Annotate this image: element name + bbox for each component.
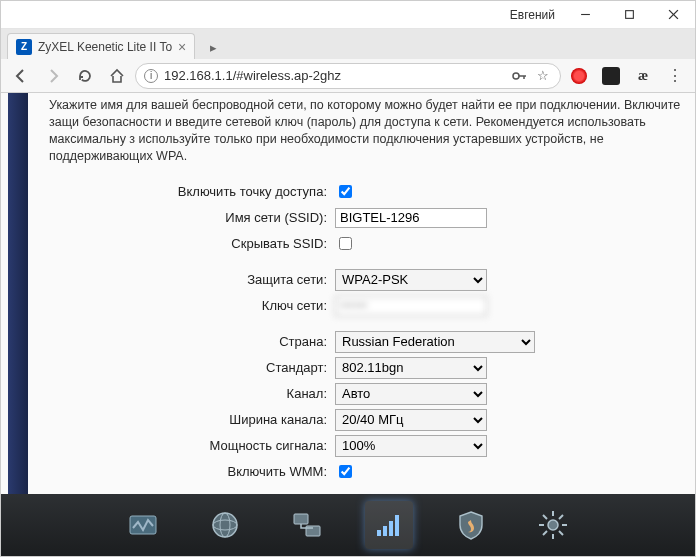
width-select[interactable]: 20/40 МГц xyxy=(335,409,487,431)
new-tab-button[interactable]: ▸ xyxy=(201,35,225,59)
back-button[interactable] xyxy=(7,62,35,90)
label-key: Ключ сети: xyxy=(49,298,335,313)
svg-point-15 xyxy=(548,520,558,530)
label-channel: Канал: xyxy=(49,386,335,401)
security-select[interactable]: WPA2-PSK xyxy=(335,269,487,291)
power-select[interactable]: 100% xyxy=(335,435,487,457)
forward-button[interactable] xyxy=(39,62,67,90)
intro-text: Укажите имя для вашей беспроводной сети,… xyxy=(49,97,681,165)
nav-network-icon[interactable] xyxy=(283,501,331,549)
svg-line-20 xyxy=(543,515,547,519)
wmm-checkbox[interactable] xyxy=(339,465,352,478)
url-text: 192.168.1.1/#wireless.ap-2ghz xyxy=(164,68,504,83)
maximize-button[interactable] xyxy=(607,1,651,29)
nav-monitor-icon[interactable] xyxy=(119,501,167,549)
ssid-input[interactable] xyxy=(335,208,487,228)
svg-line-23 xyxy=(543,531,547,535)
label-enable-ap: Включить точку доступа: xyxy=(49,184,335,199)
browser-tab[interactable]: Z ZyXEL Keenetic Lite II To × xyxy=(7,33,195,59)
home-button[interactable] xyxy=(103,62,131,90)
label-hide-ssid: Скрывать SSID: xyxy=(49,236,335,251)
ae-extension-icon[interactable]: æ xyxy=(629,62,657,90)
label-width: Ширина канала: xyxy=(49,412,335,427)
label-standard: Стандарт: xyxy=(49,360,335,375)
svg-line-21 xyxy=(559,531,563,535)
hide-ssid-checkbox[interactable] xyxy=(339,237,352,250)
tab-strip: Z ZyXEL Keenetic Lite II To × ▸ xyxy=(1,29,695,59)
key-input[interactable] xyxy=(335,296,487,316)
country-select[interactable]: Russian Federation xyxy=(335,331,535,353)
minimize-button[interactable] xyxy=(563,1,607,29)
svg-point-6 xyxy=(213,513,237,537)
address-bar[interactable]: i 192.168.1.1/#wireless.ap-2ghz ☆ xyxy=(135,63,561,89)
browser-toolbar: i 192.168.1.1/#wireless.ap-2ghz ☆ æ ⋮ xyxy=(1,59,695,93)
extension-icon[interactable] xyxy=(597,62,625,90)
wireless-form: Включить точку доступа: Имя сети (SSID):… xyxy=(49,179,681,495)
channel-select[interactable]: Авто xyxy=(335,383,487,405)
label-wmm: Включить WMM: xyxy=(49,464,335,479)
svg-rect-13 xyxy=(389,521,393,536)
router-nav-bar xyxy=(1,494,695,556)
label-power: Мощность сигнала: xyxy=(49,438,335,453)
svg-line-22 xyxy=(559,515,563,519)
reload-button[interactable] xyxy=(71,62,99,90)
svg-rect-12 xyxy=(383,526,387,536)
svg-rect-9 xyxy=(294,514,308,524)
key-icon[interactable] xyxy=(510,67,528,85)
label-ssid: Имя сети (SSID): xyxy=(49,210,335,225)
star-icon[interactable]: ☆ xyxy=(534,67,552,85)
left-accent-bar xyxy=(8,93,28,494)
nav-wireless-icon[interactable] xyxy=(365,501,413,549)
opera-extension-icon[interactable] xyxy=(565,62,593,90)
close-button[interactable] xyxy=(651,1,695,29)
site-info-icon[interactable]: i xyxy=(144,69,158,83)
tab-title: ZyXEL Keenetic Lite II To xyxy=(38,40,172,54)
svg-rect-14 xyxy=(395,515,399,536)
browser-menu-button[interactable]: ⋮ xyxy=(661,62,689,90)
svg-rect-1 xyxy=(625,11,633,19)
favicon-icon: Z xyxy=(16,39,32,55)
standard-select[interactable]: 802.11bgn xyxy=(335,357,487,379)
page-viewport: Укажите имя для вашей беспроводной сети,… xyxy=(1,93,695,494)
enable-ap-checkbox[interactable] xyxy=(339,185,352,198)
svg-point-4 xyxy=(513,73,519,79)
window-titlebar: Евгений xyxy=(1,1,695,29)
nav-firewall-icon[interactable] xyxy=(447,501,495,549)
nav-internet-icon[interactable] xyxy=(201,501,249,549)
label-country: Страна: xyxy=(49,334,335,349)
tab-close-icon[interactable]: × xyxy=(178,40,186,54)
svg-rect-11 xyxy=(377,530,381,536)
window-user: Евгений xyxy=(510,8,555,22)
nav-settings-icon[interactable] xyxy=(529,501,577,549)
label-security: Защита сети: xyxy=(49,272,335,287)
